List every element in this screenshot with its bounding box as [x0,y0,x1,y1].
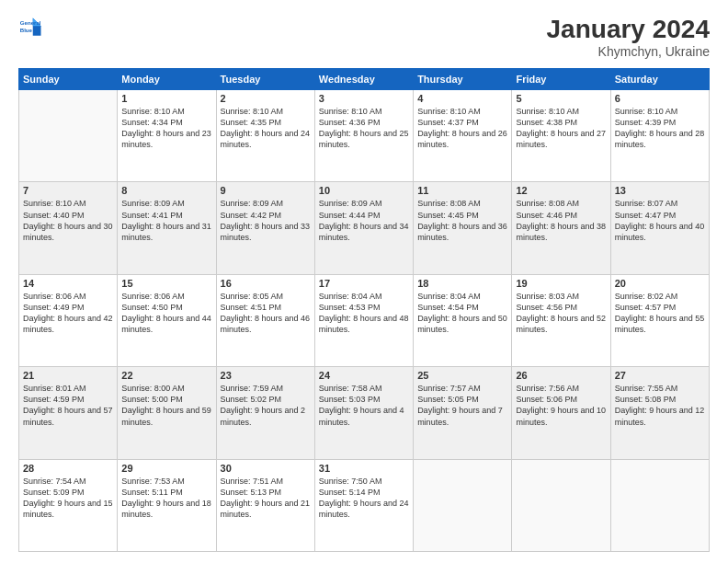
day-info: Sunrise: 8:10 AMSunset: 4:34 PMDaylight:… [121,106,211,151]
calendar-cell [19,90,118,182]
day-number: 28 [23,463,113,474]
day-number: 29 [121,463,211,474]
day-info: Sunrise: 7:50 AMSunset: 5:14 PMDaylight:… [319,476,409,521]
day-info: Sunrise: 8:10 AMSunset: 4:36 PMDaylight:… [319,106,409,151]
day-info: Sunrise: 8:10 AMSunset: 4:35 PMDaylight:… [221,106,311,151]
day-info: Sunrise: 8:00 AMSunset: 5:00 PMDaylight:… [121,383,211,428]
day-number: 6 [615,93,705,104]
calendar-cell: 8Sunrise: 8:09 AMSunset: 4:41 PMDaylight… [118,182,216,274]
day-number: 19 [516,278,606,289]
main-title: January 2024 [547,15,710,44]
day-info: Sunrise: 7:59 AMSunset: 5:02 PMDaylight:… [221,383,311,428]
calendar-week-row: 1Sunrise: 8:10 AMSunset: 4:34 PMDaylight… [19,90,710,182]
calendar-week-row: 7Sunrise: 8:10 AMSunset: 4:40 PMDaylight… [19,182,710,274]
calendar-cell: 10Sunrise: 8:09 AMSunset: 4:44 PMDayligh… [314,182,413,274]
day-number: 16 [221,278,311,289]
day-number: 15 [121,278,211,289]
calendar-week-row: 14Sunrise: 8:06 AMSunset: 4:49 PMDayligh… [19,274,710,366]
day-info: Sunrise: 8:01 AMSunset: 4:59 PMDaylight:… [23,383,113,428]
calendar-cell: 18Sunrise: 8:04 AMSunset: 4:54 PMDayligh… [414,274,512,366]
day-info: Sunrise: 7:53 AMSunset: 5:11 PMDaylight:… [121,476,211,521]
day-info: Sunrise: 8:04 AMSunset: 4:54 PMDaylight:… [417,291,507,336]
day-number: 5 [516,93,606,104]
day-header-tuesday: Tuesday [216,69,314,90]
day-number: 25 [417,370,507,381]
calendar-cell: 1Sunrise: 8:10 AMSunset: 4:34 PMDaylight… [118,90,216,182]
calendar-cell: 31Sunrise: 7:50 AMSunset: 5:14 PMDayligh… [314,459,413,551]
day-number: 10 [319,185,409,196]
day-number: 22 [121,370,211,381]
calendar-cell: 29Sunrise: 7:53 AMSunset: 5:11 PMDayligh… [118,459,216,551]
calendar-cell: 2Sunrise: 8:10 AMSunset: 4:35 PMDaylight… [216,90,314,182]
calendar-cell: 6Sunrise: 8:10 AMSunset: 4:39 PMDaylight… [610,90,709,182]
calendar-cell: 11Sunrise: 8:08 AMSunset: 4:45 PMDayligh… [414,182,512,274]
day-number: 14 [23,278,113,289]
day-number: 13 [615,185,705,196]
day-info: Sunrise: 7:58 AMSunset: 5:03 PMDaylight:… [319,383,409,428]
calendar-cell: 13Sunrise: 8:07 AMSunset: 4:47 PMDayligh… [610,182,709,274]
day-number: 27 [615,370,705,381]
subtitle: Khymchyn, Ukraine [547,44,710,59]
day-number: 18 [417,278,507,289]
calendar-cell [610,459,709,551]
calendar-cell: 3Sunrise: 8:10 AMSunset: 4:36 PMDaylight… [314,90,413,182]
calendar-cell: 19Sunrise: 8:03 AMSunset: 4:56 PMDayligh… [512,274,610,366]
calendar-cell: 26Sunrise: 7:56 AMSunset: 5:06 PMDayligh… [512,367,610,459]
day-number: 3 [319,93,409,104]
day-number: 12 [516,185,606,196]
day-number: 4 [417,93,507,104]
day-number: 9 [221,185,311,196]
calendar-week-row: 21Sunrise: 8:01 AMSunset: 4:59 PMDayligh… [19,367,710,459]
day-info: Sunrise: 8:07 AMSunset: 4:47 PMDaylight:… [615,198,705,243]
day-info: Sunrise: 8:04 AMSunset: 4:53 PMDaylight:… [319,291,409,336]
calendar-cell: 21Sunrise: 8:01 AMSunset: 4:59 PMDayligh… [19,367,118,459]
day-number: 1 [121,93,211,104]
calendar-cell: 16Sunrise: 8:05 AMSunset: 4:51 PMDayligh… [216,274,314,366]
header: General Blue January 2024 Khymchyn, Ukra… [18,15,710,59]
calendar-cell: 9Sunrise: 8:09 AMSunset: 4:42 PMDaylight… [216,182,314,274]
day-header-monday: Monday [118,69,216,90]
calendar-cell: 22Sunrise: 8:00 AMSunset: 5:00 PMDayligh… [118,367,216,459]
day-header-friday: Friday [512,69,610,90]
day-info: Sunrise: 8:08 AMSunset: 4:45 PMDaylight:… [417,198,507,243]
svg-text:Blue: Blue [20,27,33,33]
calendar-cell: 15Sunrise: 8:06 AMSunset: 4:50 PMDayligh… [118,274,216,366]
day-number: 20 [615,278,705,289]
day-number: 30 [221,463,311,474]
calendar-cell: 23Sunrise: 7:59 AMSunset: 5:02 PMDayligh… [216,367,314,459]
day-info: Sunrise: 7:51 AMSunset: 5:13 PMDaylight:… [221,476,311,521]
day-header-wednesday: Wednesday [314,69,413,90]
logo: General Blue [18,15,44,40]
page: General Blue January 2024 Khymchyn, Ukra… [0,0,728,563]
calendar-cell: 28Sunrise: 7:54 AMSunset: 5:09 PMDayligh… [19,459,118,551]
calendar-week-row: 28Sunrise: 7:54 AMSunset: 5:09 PMDayligh… [19,459,710,551]
day-info: Sunrise: 8:05 AMSunset: 4:51 PMDaylight:… [221,291,311,336]
calendar-table: SundayMondayTuesdayWednesdayThursdayFrid… [18,68,710,552]
calendar-cell [414,459,512,551]
day-number: 8 [121,185,211,196]
day-number: 17 [319,278,409,289]
calendar-header-row: SundayMondayTuesdayWednesdayThursdayFrid… [19,69,710,90]
day-info: Sunrise: 8:06 AMSunset: 4:50 PMDaylight:… [121,291,211,336]
day-info: Sunrise: 8:09 AMSunset: 4:44 PMDaylight:… [319,198,409,243]
day-number: 2 [221,93,311,104]
calendar-cell: 7Sunrise: 8:10 AMSunset: 4:40 PMDaylight… [19,182,118,274]
calendar-cell: 27Sunrise: 7:55 AMSunset: 5:08 PMDayligh… [610,367,709,459]
calendar-cell: 5Sunrise: 8:10 AMSunset: 4:38 PMDaylight… [512,90,610,182]
logo-icon: General Blue [18,15,44,40]
day-info: Sunrise: 8:10 AMSunset: 4:38 PMDaylight:… [516,106,606,151]
day-info: Sunrise: 7:55 AMSunset: 5:08 PMDaylight:… [615,383,705,428]
calendar-cell: 4Sunrise: 8:10 AMSunset: 4:37 PMDaylight… [414,90,512,182]
day-info: Sunrise: 8:10 AMSunset: 4:37 PMDaylight:… [417,106,507,151]
calendar-cell: 24Sunrise: 7:58 AMSunset: 5:03 PMDayligh… [314,367,413,459]
day-number: 11 [417,185,507,196]
day-info: Sunrise: 8:03 AMSunset: 4:56 PMDaylight:… [516,291,606,336]
svg-text:General: General [20,19,41,26]
day-info: Sunrise: 8:09 AMSunset: 4:41 PMDaylight:… [121,198,211,243]
day-number: 26 [516,370,606,381]
day-header-sunday: Sunday [19,69,118,90]
day-info: Sunrise: 7:57 AMSunset: 5:05 PMDaylight:… [417,383,507,428]
day-number: 7 [23,185,113,196]
day-number: 23 [221,370,311,381]
day-number: 21 [23,370,113,381]
